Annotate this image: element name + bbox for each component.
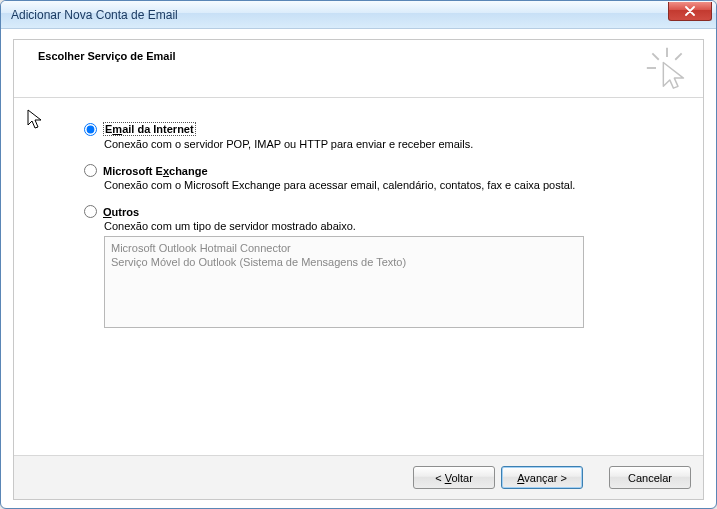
list-item[interactable]: Serviço Móvel do Outlook (Sistema de Men… [111, 255, 577, 269]
option-microsoft-exchange-label[interactable]: Microsoft Exchange [103, 165, 208, 177]
list-item[interactable]: Microsoft Outlook Hotmail Connector [111, 241, 577, 255]
option-other-desc: Conexão com um tipo de servidor mostrado… [104, 220, 675, 232]
window-title: Adicionar Nova Conta de Email [11, 8, 668, 22]
titlebar[interactable]: Adicionar Nova Conta de Email [1, 1, 716, 29]
radio-internet-email[interactable] [84, 123, 97, 136]
button-row: < Voltar Avançar > Cancelar [14, 455, 703, 499]
option-other-label[interactable]: Outros [103, 206, 139, 218]
radio-microsoft-exchange[interactable] [84, 164, 97, 177]
svg-line-1 [652, 53, 658, 59]
option-other: Outros Conexão com um tipo de servidor m… [84, 205, 675, 328]
radio-other[interactable] [84, 205, 97, 218]
page-heading: Escolher Serviço de Email [38, 50, 687, 62]
mouse-cursor-icon [27, 109, 45, 131]
cancel-button[interactable]: Cancelar [609, 466, 691, 489]
next-button[interactable]: Avançar > [501, 466, 583, 489]
wizard-window: Adicionar Nova Conta de Email Escolher S… [0, 0, 717, 509]
option-microsoft-exchange: Microsoft Exchange Conexão com o Microso… [84, 164, 675, 191]
option-internet-email: Email da Internet Conexão com o servidor… [84, 122, 675, 150]
nav-buttons: < Voltar Avançar > [413, 466, 583, 489]
cursor-sparkle-icon [645, 46, 689, 90]
option-microsoft-exchange-desc: Conexão com o Microsoft Exchange para ac… [104, 179, 675, 191]
wizard-header: Escolher Serviço de Email [14, 40, 703, 98]
close-icon [685, 6, 695, 16]
other-server-listbox[interactable]: Microsoft Outlook Hotmail Connector Serv… [104, 236, 584, 328]
option-internet-email-desc: Conexão com o servidor POP, IMAP ou HTTP… [104, 138, 675, 150]
content-frame: Escolher Serviço de Email Email da Inter… [13, 39, 704, 500]
options-area: Email da Internet Conexão com o servidor… [14, 98, 703, 455]
svg-line-2 [675, 53, 681, 59]
option-internet-email-label[interactable]: Email da Internet [103, 122, 196, 136]
back-button[interactable]: < Voltar [413, 466, 495, 489]
close-button[interactable] [668, 2, 712, 21]
